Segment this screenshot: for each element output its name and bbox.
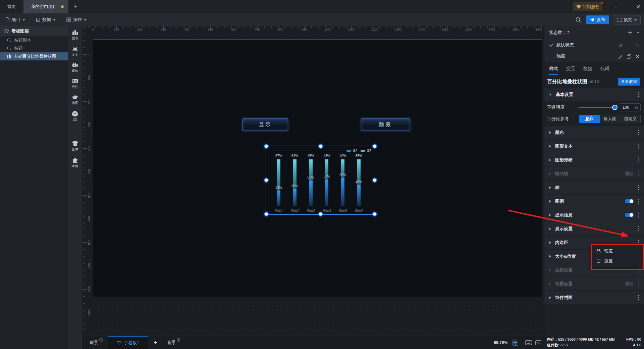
board-icon	[117, 341, 121, 345]
copy-icon[interactable]	[627, 43, 631, 47]
section-menu-icon[interactable]	[638, 283, 639, 284]
background-toggle[interactable]	[625, 282, 634, 286]
section-axis[interactable]: 轴	[544, 181, 644, 194]
paper-plane-icon	[590, 18, 594, 22]
minimize-button[interactable]	[610, 0, 621, 13]
option-max[interactable]: 最大值	[600, 115, 620, 123]
slider-knob[interactable]	[612, 105, 618, 110]
new-tab-button[interactable]: +	[68, 0, 83, 13]
tooltip-toggle[interactable]	[625, 213, 634, 217]
tab-data[interactable]: 数据	[583, 66, 592, 75]
layer-item-stacked-bar-chart[interactable]: 基础百分比堆叠柱状图	[0, 52, 68, 60]
section-menu-icon[interactable]	[638, 159, 639, 160]
tab-code[interactable]: 代码	[600, 66, 609, 75]
section-menu-icon[interactable]	[638, 132, 639, 133]
edit-icon[interactable]	[618, 54, 623, 59]
show-button-widget[interactable]: 显示	[243, 118, 288, 131]
layer-item-button-copy[interactable]: 按钮副本	[0, 36, 68, 44]
console-icon[interactable]	[535, 340, 541, 345]
guides-toggle[interactable]	[625, 171, 634, 176]
category-3d[interactable]: 3D	[72, 111, 78, 121]
section-menu-icon[interactable]	[638, 297, 639, 298]
fit-screen-icon[interactable]	[512, 340, 518, 346]
section-menu-icon[interactable]	[638, 214, 639, 215]
close-button[interactable]	[633, 0, 644, 13]
section-basic-settings[interactable]: 基本设置	[544, 88, 644, 101]
section-display-settings[interactable]: 展示设置	[544, 222, 644, 235]
section-menu-icon[interactable]	[638, 201, 639, 202]
section-tooltip[interactable]: 提示信息	[544, 208, 644, 221]
resize-handle[interactable]	[264, 144, 269, 149]
copy-icon[interactable]	[627, 54, 631, 59]
state-hidden[interactable]: 隐藏	[544, 51, 644, 62]
delete-state-icon[interactable]	[636, 55, 639, 58]
section-menu-icon[interactable]	[638, 228, 639, 229]
layer-panel-title: 看板图层	[11, 28, 29, 34]
hide-button-widget[interactable]: 隐藏	[361, 118, 410, 131]
section-menu-icon[interactable]	[638, 187, 639, 188]
edit-icon[interactable]	[618, 43, 623, 47]
canvas[interactable]: 0100200300400500600700800900100011001200…	[82, 26, 544, 336]
resize-handle[interactable]	[373, 178, 377, 183]
ruler-label: 1100	[348, 28, 354, 31]
section-menu-icon[interactable]	[638, 242, 639, 243]
resize-handle[interactable]	[373, 144, 377, 149]
category-charts[interactable]: 图表	[72, 30, 78, 41]
tab-style[interactable]: 样式	[549, 66, 558, 75]
chart-selection[interactable]: 值1 值2 67%33%示例164%36%示例245%55%示例343%57%示…	[266, 146, 375, 215]
bar-group: 45%55%示例3	[304, 146, 318, 214]
section-guides[interactable]: 辅助线	[544, 167, 644, 180]
resize-handle[interactable]	[264, 212, 269, 216]
option-sum[interactable]: 总和	[579, 115, 600, 123]
section-background-settings[interactable]: 背景设置	[544, 277, 644, 290]
section-menu-icon[interactable]	[638, 146, 639, 147]
resize-handle[interactable]	[318, 144, 323, 149]
section-menu-icon[interactable]	[638, 94, 639, 95]
opacity-input[interactable]: 100 %	[620, 103, 641, 111]
search-icon[interactable]	[576, 17, 581, 23]
option-custom[interactable]: 自定义	[620, 115, 641, 123]
category-widgets[interactable]: 控件	[72, 79, 78, 89]
menu-data[interactable]: 数据	[31, 13, 61, 26]
layer-item-button[interactable]: 按钮	[0, 44, 68, 52]
menu-operation[interactable]: 操作	[61, 13, 92, 26]
state-default[interactable]: 默认状态	[544, 39, 644, 51]
bar-value-label: 33%	[272, 186, 285, 189]
collapse-states-icon[interactable]	[637, 32, 639, 34]
ruler-label: 100	[114, 28, 119, 31]
category-maps[interactable]: 地图	[72, 95, 78, 105]
category-text[interactable]: 文本	[72, 46, 78, 57]
section-menu-icon[interactable]	[638, 173, 639, 174]
subboard-tab[interactable]: 子看板1	[108, 336, 148, 349]
section-component-cover[interactable]: 组件封面	[544, 291, 644, 304]
tab-interaction[interactable]: 交互	[566, 66, 575, 75]
tab-home[interactable]: 首页	[0, 0, 23, 13]
section-graph-shape[interactable]: 图形形状	[544, 153, 644, 166]
maximize-button[interactable]	[621, 0, 633, 13]
resize-handle[interactable]	[264, 178, 269, 183]
category-local[interactable]: 本地	[72, 157, 78, 168]
menu-project[interactable]: 项目	[0, 13, 31, 26]
add-subboard-button[interactable]: +	[148, 336, 162, 349]
add-state-icon[interactable]	[628, 31, 632, 35]
keyboard-icon[interactable]	[525, 340, 532, 345]
section-color[interactable]: 颜色	[544, 126, 644, 139]
tutorial-button[interactable]: 查看教程	[618, 78, 640, 86]
opacity-slider[interactable]	[579, 107, 616, 108]
tab-project[interactable]: 我的空白项目	[23, 0, 68, 13]
section-graph-text[interactable]: 图形文本	[544, 140, 644, 153]
section-legend[interactable]: 图例	[544, 195, 644, 208]
delete-state-icon[interactable]	[636, 43, 639, 47]
publish-button[interactable]: 发布	[586, 15, 609, 24]
custom-service-badge[interactable]: 定制服务	[573, 2, 602, 11]
category-kits[interactable]: 套件	[72, 141, 78, 152]
ruler-label: 1800	[512, 28, 519, 31]
background-button[interactable]: 背景	[162, 336, 185, 349]
menu-data-label: 数据	[42, 17, 51, 23]
resize-handle[interactable]	[318, 212, 323, 216]
resize-handle[interactable]	[373, 212, 377, 216]
preview-button[interactable]: 预览	[614, 15, 641, 24]
category-media[interactable]: 媒体	[72, 62, 78, 73]
foreground-button[interactable]: 前景	[85, 336, 108, 349]
legend-toggle[interactable]	[625, 199, 634, 203]
